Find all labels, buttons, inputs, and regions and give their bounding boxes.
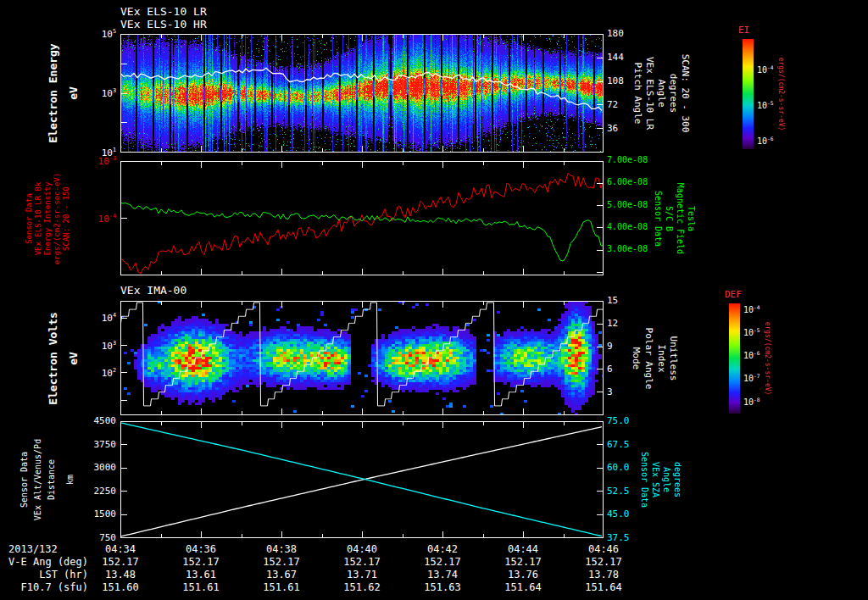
axis-label-rotated: Energy Intensity — [43, 182, 52, 256]
footer-value: 151.61 — [167, 581, 235, 593]
footer-value: 13.74 — [409, 569, 476, 581]
ima-spectrogram-canvas — [120, 301, 604, 415]
axis-label-rotated: Mode — [631, 347, 642, 370]
axis-label-rotated: Electron Volts — [47, 312, 59, 405]
axis-label-rotated: Angle — [662, 467, 671, 492]
y-tick-label-right: 6.00e-08 — [607, 177, 648, 186]
footer-value: 13.76 — [489, 569, 557, 581]
y-tick-label-right: 37.5 — [607, 532, 630, 543]
time-tick-label: 04:34 — [86, 543, 154, 555]
colorbar-tick-label: 10-4 — [743, 304, 760, 314]
ephemeris-line-canvas — [120, 421, 604, 538]
axis-label-rotated: Tesla — [687, 206, 696, 231]
y-tick-label-left: 4500 — [0, 415, 116, 426]
footer-row-label: V-E Ang (deg) — [0, 556, 88, 568]
els-spectrogram-canvas — [120, 34, 604, 153]
colorbar-title: EI — [738, 25, 749, 36]
date-label: 2013/132 — [8, 543, 58, 555]
y-tick-label-right: 5.00e-08 — [607, 200, 648, 209]
footer-value: 151.60 — [86, 581, 154, 593]
axis-label-rotated: VEx ELS-10 LR — [644, 57, 655, 130]
y-tick-label-right: 12 — [607, 318, 618, 329]
y-tick-label-right: 4.00e-08 — [607, 222, 648, 231]
y-tick-label-right: 60.0 — [607, 462, 630, 473]
footer-value: 151.61 — [248, 581, 315, 593]
axis-label-rotated: Pitch Angle — [632, 63, 643, 125]
colorbar-tick-label: 10-6 — [743, 350, 760, 360]
y-tick-label-left: 1500 — [0, 508, 116, 519]
axis-label-rotated: Polar Angle — [643, 328, 654, 390]
axis-label-rotated: degrees — [668, 74, 679, 113]
footer-value: 13.78 — [570, 569, 637, 581]
axis-label-rotated: Sensor Data — [25, 193, 33, 244]
y-tick-label-right: 144 — [607, 52, 624, 63]
y-tick-label-left: 105 — [0, 28, 116, 40]
footer-value: 13.71 — [328, 569, 396, 581]
axis-label-rotated: Magnetic Field — [676, 183, 685, 254]
panel-title-ima: VEx IMA-00 — [120, 284, 186, 297]
axis-label-rotated: SCAN: 20 - 300 — [680, 54, 691, 133]
footer-value: 13.48 — [86, 569, 154, 581]
panel-title-els-hr: VEx ELS-10 HR — [120, 18, 207, 31]
y-tick-label-right: 180 — [607, 28, 624, 39]
time-tick-label: 04:36 — [167, 543, 235, 555]
footer-value: 151.62 — [328, 581, 396, 593]
axis-label-rotated: Index — [656, 344, 667, 372]
time-tick-label: 04:46 — [570, 543, 637, 555]
axis-label-rotated: Electron Energy — [47, 43, 59, 142]
axis-label-rotated: VEx Alt/Venus/Pd — [33, 439, 42, 520]
time-tick-label: 04:38 — [248, 543, 315, 555]
footer-value: 152.17 — [489, 556, 557, 568]
footer-row-label: LST (hr) — [0, 569, 88, 581]
y-tick-label-left: 10-3 — [0, 155, 116, 167]
y-tick-label-right: 75.0 — [607, 415, 630, 426]
axis-label-rotated: S/C B — [665, 206, 674, 231]
axis-label-rotated: Sensor Data — [19, 452, 29, 508]
colorbar-tick-label: 10-7 — [743, 373, 760, 383]
colorbar-tick-label: 10-8 — [743, 397, 760, 407]
y-tick-label-right: 67.5 — [607, 439, 630, 450]
axis-label-rotated: degrees — [673, 462, 682, 497]
axis-label-rotated: Angle — [656, 79, 667, 107]
y-tick-label-right: 7.00e-08 — [607, 155, 648, 164]
y-tick-label-right: 45.0 — [607, 508, 630, 519]
axis-label-rotated: SCAN: 20 - 150 — [62, 186, 70, 251]
axis-label-rotated: VEx SZA — [651, 462, 660, 497]
y-tick-label-right: 3.00e-08 — [607, 244, 648, 253]
footer-value: 13.67 — [248, 569, 315, 581]
footer-value: 152.17 — [328, 556, 396, 568]
time-tick-label: 04:40 — [328, 543, 396, 555]
y-tick-label-right: 108 — [607, 75, 624, 86]
colorbar-gradient — [729, 303, 740, 414]
footer-value: 152.17 — [248, 556, 315, 568]
y-tick-label-right: 15 — [607, 295, 618, 306]
footer-value: 152.17 — [409, 556, 476, 568]
colorbar-gradient — [743, 39, 754, 149]
colorbar-tick-label: 10-5 — [743, 327, 760, 337]
y-tick-label-right: 3 — [607, 386, 613, 397]
vex-quicklook-plot-window: VEx ELS-10 LR VEx ELS-10 HR VEx IMA-00 2… — [0, 0, 868, 600]
bfield-line-canvas — [120, 161, 604, 275]
footer-value: 151.64 — [570, 581, 637, 593]
y-tick-label-right: 9 — [607, 341, 613, 352]
axis-label-rotated: eV — [67, 86, 80, 100]
y-tick-label-right: 36 — [607, 123, 618, 134]
y-tick-label-left: 3000 — [0, 462, 116, 473]
footer-value: 151.63 — [409, 581, 476, 593]
y-tick-label-right: 52.5 — [607, 486, 630, 497]
footer-row-label: F10.7 (sfu) — [0, 581, 88, 593]
colorbar-unit-label: ergs/(cm2-s-sr-eV) — [777, 58, 785, 131]
footer-value: 13.61 — [167, 569, 235, 581]
colorbar-unit-label: ergs/(cm2-s-sr-eV) — [764, 322, 771, 396]
panel-title-els-lr: VEx ELS-10 LR — [120, 5, 207, 18]
y-tick-label-left: 2250 — [0, 486, 116, 497]
y-tick-label-right: 6 — [607, 364, 613, 375]
axis-label-rotated: Unitless — [668, 336, 679, 381]
axis-label-rotated: eV — [67, 352, 80, 365]
y-tick-label-right: 72 — [607, 99, 618, 110]
time-tick-label: 04:44 — [489, 543, 557, 555]
footer-value: 151.64 — [489, 581, 557, 593]
axis-label-rotated: Sensor Data — [640, 452, 649, 508]
footer-value: 152.17 — [570, 556, 637, 568]
colorbar-tick-label: 10-5 — [757, 100, 774, 110]
